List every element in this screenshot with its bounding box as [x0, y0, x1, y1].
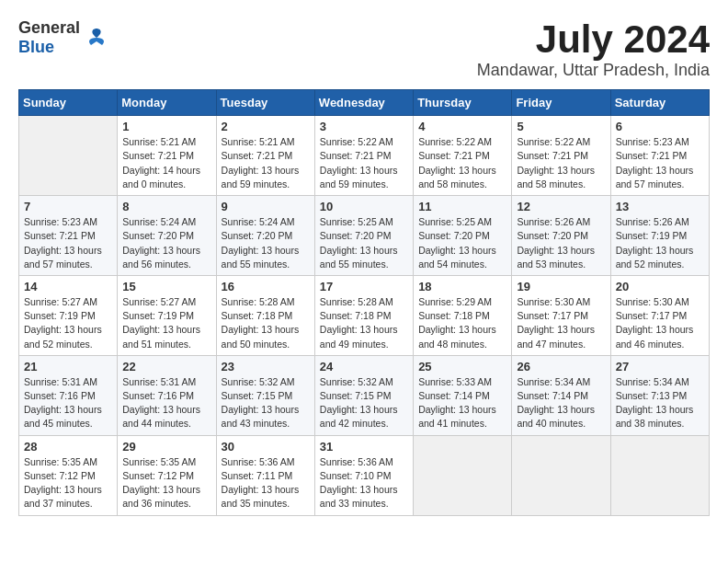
day-number: 1	[122, 120, 210, 133]
day-info: Sunrise: 5:22 AMSunset: 7:21 PMDaylight:…	[418, 135, 506, 191]
day-number: 26	[517, 360, 605, 373]
day-cell	[414, 435, 512, 515]
header: General Blue July 2024 Mandawar, Uttar P…	[18, 18, 710, 80]
day-info: Sunrise: 5:24 AMSunset: 7:20 PMDaylight:…	[122, 215, 210, 271]
day-cell: 17Sunrise: 5:28 AMSunset: 7:18 PMDayligh…	[314, 275, 413, 355]
day-cell: 23Sunrise: 5:32 AMSunset: 7:15 PMDayligh…	[216, 355, 314, 435]
day-info: Sunrise: 5:30 AMSunset: 7:17 PMDaylight:…	[517, 295, 605, 351]
day-number: 13	[616, 200, 704, 213]
day-cell	[19, 116, 118, 196]
day-info: Sunrise: 5:22 AMSunset: 7:21 PMDaylight:…	[517, 135, 605, 191]
day-number: 25	[418, 360, 506, 373]
day-cell: 15Sunrise: 5:27 AMSunset: 7:19 PMDayligh…	[118, 275, 216, 355]
day-info: Sunrise: 5:24 AMSunset: 7:20 PMDaylight:…	[222, 215, 310, 271]
day-cell: 21Sunrise: 5:31 AMSunset: 7:16 PMDayligh…	[19, 355, 118, 435]
day-number: 22	[122, 360, 210, 373]
day-number: 14	[24, 280, 112, 293]
day-cell: 8Sunrise: 5:24 AMSunset: 7:20 PMDaylight…	[118, 196, 216, 276]
day-number: 31	[320, 440, 408, 454]
day-number: 10	[320, 200, 408, 213]
weekday-header-thursday: Thursday	[414, 90, 512, 116]
day-cell: 9Sunrise: 5:24 AMSunset: 7:20 PMDaylight…	[216, 196, 314, 276]
day-info: Sunrise: 5:35 AMSunset: 7:12 PMDaylight:…	[24, 455, 112, 511]
day-info: Sunrise: 5:31 AMSunset: 7:16 PMDaylight:…	[24, 375, 112, 431]
logo-icon	[84, 25, 109, 51]
day-cell: 1Sunrise: 5:21 AMSunset: 7:21 PMDaylight…	[118, 116, 216, 196]
day-number: 8	[122, 200, 210, 213]
day-number: 21	[24, 360, 112, 373]
day-cell: 26Sunrise: 5:34 AMSunset: 7:14 PMDayligh…	[512, 355, 610, 435]
day-number: 18	[418, 280, 506, 293]
day-cell: 2Sunrise: 5:21 AMSunset: 7:21 PMDaylight…	[216, 116, 314, 196]
day-number: 3	[320, 120, 408, 133]
day-number: 24	[320, 360, 408, 373]
day-cell: 10Sunrise: 5:25 AMSunset: 7:20 PMDayligh…	[314, 196, 413, 276]
day-cell: 19Sunrise: 5:30 AMSunset: 7:17 PMDayligh…	[512, 275, 610, 355]
day-info: Sunrise: 5:21 AMSunset: 7:21 PMDaylight:…	[222, 135, 310, 191]
day-cell: 7Sunrise: 5:23 AMSunset: 7:21 PMDaylight…	[19, 196, 118, 276]
day-number: 2	[222, 120, 310, 133]
day-info: Sunrise: 5:27 AMSunset: 7:19 PMDaylight:…	[122, 295, 210, 351]
weekday-header-monday: Monday	[118, 90, 216, 116]
day-number: 29	[122, 440, 210, 454]
day-info: Sunrise: 5:25 AMSunset: 7:20 PMDaylight:…	[320, 215, 408, 271]
day-number: 7	[24, 200, 112, 213]
day-info: Sunrise: 5:36 AMSunset: 7:10 PMDaylight:…	[320, 455, 408, 511]
day-number: 28	[24, 440, 112, 454]
day-info: Sunrise: 5:26 AMSunset: 7:20 PMDaylight:…	[517, 215, 605, 271]
week-row-2: 7Sunrise: 5:23 AMSunset: 7:21 PMDaylight…	[19, 196, 710, 276]
week-row-5: 28Sunrise: 5:35 AMSunset: 7:12 PMDayligh…	[19, 435, 710, 515]
logo-text: General Blue	[18, 18, 80, 57]
day-number: 5	[517, 120, 605, 133]
day-number: 12	[517, 200, 605, 213]
weekday-header-saturday: Saturday	[610, 90, 709, 116]
day-number: 9	[222, 200, 310, 213]
logo-general: General	[18, 18, 80, 37]
day-info: Sunrise: 5:28 AMSunset: 7:18 PMDaylight:…	[320, 295, 408, 351]
day-info: Sunrise: 5:21 AMSunset: 7:21 PMDaylight:…	[122, 135, 210, 191]
day-cell: 6Sunrise: 5:23 AMSunset: 7:21 PMDaylight…	[610, 116, 709, 196]
day-cell: 27Sunrise: 5:34 AMSunset: 7:13 PMDayligh…	[610, 355, 709, 435]
day-cell: 29Sunrise: 5:35 AMSunset: 7:12 PMDayligh…	[118, 435, 216, 515]
day-info: Sunrise: 5:34 AMSunset: 7:14 PMDaylight:…	[517, 375, 605, 431]
day-number: 4	[418, 120, 506, 133]
day-number: 23	[222, 360, 310, 373]
day-cell: 28Sunrise: 5:35 AMSunset: 7:12 PMDayligh…	[19, 435, 118, 515]
day-cell	[512, 435, 610, 515]
weekday-header-row: SundayMondayTuesdayWednesdayThursdayFrid…	[19, 90, 710, 116]
logo: General Blue	[18, 18, 109, 57]
day-info: Sunrise: 5:26 AMSunset: 7:19 PMDaylight:…	[616, 215, 704, 271]
week-row-3: 14Sunrise: 5:27 AMSunset: 7:19 PMDayligh…	[19, 275, 710, 355]
day-cell: 3Sunrise: 5:22 AMSunset: 7:21 PMDaylight…	[314, 116, 413, 196]
day-cell: 18Sunrise: 5:29 AMSunset: 7:18 PMDayligh…	[414, 275, 512, 355]
day-cell: 22Sunrise: 5:31 AMSunset: 7:16 PMDayligh…	[118, 355, 216, 435]
day-number: 6	[616, 120, 704, 133]
day-cell: 4Sunrise: 5:22 AMSunset: 7:21 PMDaylight…	[414, 116, 512, 196]
day-number: 19	[517, 280, 605, 293]
day-info: Sunrise: 5:28 AMSunset: 7:18 PMDaylight:…	[222, 295, 310, 351]
day-info: Sunrise: 5:33 AMSunset: 7:14 PMDaylight:…	[418, 375, 506, 431]
day-cell: 20Sunrise: 5:30 AMSunset: 7:17 PMDayligh…	[610, 275, 709, 355]
day-number: 20	[616, 280, 704, 293]
day-cell: 30Sunrise: 5:36 AMSunset: 7:11 PMDayligh…	[216, 435, 314, 515]
day-number: 11	[418, 200, 506, 213]
title-area: July 2024 Mandawar, Uttar Pradesh, India	[477, 18, 710, 80]
day-cell: 25Sunrise: 5:33 AMSunset: 7:14 PMDayligh…	[414, 355, 512, 435]
day-info: Sunrise: 5:22 AMSunset: 7:21 PMDaylight:…	[320, 135, 408, 191]
day-info: Sunrise: 5:23 AMSunset: 7:21 PMDaylight:…	[24, 215, 112, 271]
day-info: Sunrise: 5:34 AMSunset: 7:13 PMDaylight:…	[616, 375, 704, 431]
day-number: 30	[222, 440, 310, 454]
day-info: Sunrise: 5:29 AMSunset: 7:18 PMDaylight:…	[418, 295, 506, 351]
day-cell: 12Sunrise: 5:26 AMSunset: 7:20 PMDayligh…	[512, 196, 610, 276]
logo-blue: Blue	[18, 38, 54, 56]
day-number: 17	[320, 280, 408, 293]
day-info: Sunrise: 5:35 AMSunset: 7:12 PMDaylight:…	[122, 455, 210, 511]
week-row-1: 1Sunrise: 5:21 AMSunset: 7:21 PMDaylight…	[19, 116, 710, 196]
day-cell: 24Sunrise: 5:32 AMSunset: 7:15 PMDayligh…	[314, 355, 413, 435]
weekday-header-tuesday: Tuesday	[216, 90, 314, 116]
day-cell: 11Sunrise: 5:25 AMSunset: 7:20 PMDayligh…	[414, 196, 512, 276]
weekday-header-sunday: Sunday	[19, 90, 118, 116]
day-number: 16	[222, 280, 310, 293]
day-cell: 13Sunrise: 5:26 AMSunset: 7:19 PMDayligh…	[610, 196, 709, 276]
day-info: Sunrise: 5:32 AMSunset: 7:15 PMDaylight:…	[222, 375, 310, 431]
